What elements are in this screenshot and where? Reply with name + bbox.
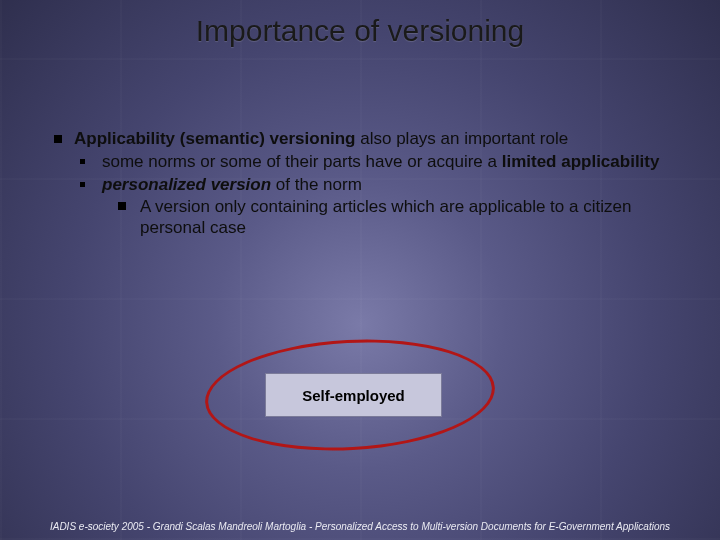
slide-footer: IADIS e-society 2005 - Grandi Scalas Man… [0, 521, 720, 532]
bullet-text: Applicability (semantic) versioning [74, 129, 356, 148]
bullet-text: also plays an important role [356, 129, 569, 148]
slide: Importance of versioning Applicability (… [0, 0, 720, 540]
bullet-level2: personalized version of the norm [54, 174, 680, 195]
bullet-level1: Applicability (semantic) versioning also… [54, 128, 680, 149]
bullet-level2: some norms or some of their parts have o… [54, 151, 680, 172]
slide-body: Applicability (semantic) versioning also… [54, 128, 680, 239]
bullet-text: of the norm [271, 175, 362, 194]
callout-box: Self-employed [265, 373, 442, 417]
slide-title: Importance of versioning [0, 14, 720, 48]
callout: Self-employed [205, 340, 495, 450]
bullet-level3: A version only containing articles which… [54, 196, 680, 239]
bullet-text: personalized version [102, 175, 271, 194]
bullet-text: A version only containing articles which… [140, 197, 631, 237]
bullet-text: limited applicability [502, 152, 660, 171]
callout-label: Self-employed [302, 387, 405, 404]
bullet-text: some norms or some of their parts have o… [102, 152, 502, 171]
